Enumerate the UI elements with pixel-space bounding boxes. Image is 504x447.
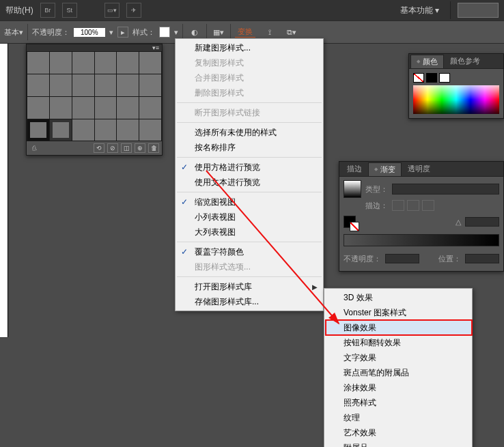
- new-style-icon[interactable]: ⊕: [135, 143, 145, 153]
- color-spectrum[interactable]: [413, 85, 499, 114]
- opacity-dropdown[interactable]: ▾: [109, 28, 113, 37]
- globe-icon[interactable]: ◐: [187, 25, 202, 40]
- style-thumbnail[interactable]: [139, 119, 161, 141]
- tab-stroke[interactable]: 描边: [341, 162, 368, 176]
- fill-black-swatch[interactable]: [426, 73, 437, 83]
- stroke-align-1[interactable]: [392, 200, 404, 211]
- gradient-preview-swatch[interactable]: [344, 180, 361, 198]
- trash-icon[interactable]: 🗑: [148, 143, 159, 153]
- stroke-align-2[interactable]: [407, 200, 419, 211]
- transform-button[interactable]: 变换: [235, 27, 255, 38]
- style-thumbnail[interactable]: [50, 97, 72, 119]
- menu-item-label: 小列表视图: [195, 212, 236, 223]
- canvas[interactable]: [0, 44, 8, 337]
- mode-label: 基本: [4, 28, 19, 36]
- submenu-item[interactable]: 涂抹效果: [324, 380, 472, 395]
- style-thumbnail[interactable]: [117, 52, 139, 74]
- style-thumbnail[interactable]: [50, 74, 72, 96]
- style-thumbnail[interactable]: [139, 74, 161, 96]
- style-thumbnail[interactable]: [27, 52, 49, 74]
- style-thumbnail[interactable]: [117, 97, 139, 119]
- gradient-panel: 描边 渐变 透明度 类型： 描边： △ 不透明度：: [339, 161, 504, 272]
- menu-divider: [177, 157, 322, 158]
- gpu-button[interactable]: ✈: [126, 3, 141, 18]
- fill-none-swatch[interactable]: [413, 73, 424, 83]
- style-thumbnail[interactable]: [72, 74, 94, 96]
- menu-item[interactable]: 大列表视图: [176, 225, 323, 240]
- tab-gradient[interactable]: 渐变: [368, 162, 402, 176]
- toggle-icon[interactable]: ◫: [121, 143, 132, 153]
- style-thumbnail[interactable]: [50, 52, 72, 74]
- style-thumbnail[interactable]: [72, 119, 94, 141]
- menu-item[interactable]: 选择所有未使用的样式: [176, 125, 323, 140]
- fill-white-swatch[interactable]: [439, 73, 450, 83]
- submenu-item[interactable]: 斑点画笔的附属品: [324, 365, 472, 380]
- style-thumbnail[interactable]: [72, 97, 94, 119]
- grid-icon[interactable]: ▦▾: [211, 25, 226, 40]
- tab-color[interactable]: 颜色: [410, 55, 444, 68]
- break-link-icon[interactable]: ⟲: [94, 143, 104, 153]
- menu-item[interactable]: ✓缩览图视图: [176, 194, 323, 210]
- gradient-ramp[interactable]: [344, 234, 499, 246]
- style-thumbnail[interactable]: [95, 97, 117, 119]
- stroke-align-3[interactable]: [422, 200, 434, 211]
- style-dropdown[interactable]: ▾: [174, 28, 178, 37]
- opacity-stepper[interactable]: ▸: [117, 27, 128, 38]
- fill-stroke-proxy[interactable]: [344, 216, 356, 228]
- stop-opacity-field[interactable]: [385, 254, 419, 263]
- stop-position-field[interactable]: [465, 254, 499, 263]
- style-thumbnail[interactable]: [27, 74, 49, 96]
- bridge-button[interactable]: Br: [40, 3, 55, 18]
- style-swatch[interactable]: [159, 27, 170, 38]
- angle-field[interactable]: [465, 217, 499, 227]
- help-menu[interactable]: 帮助(H): [5, 5, 33, 16]
- stock-button[interactable]: St: [62, 3, 77, 18]
- submenu-item[interactable]: 艺术效果: [324, 425, 472, 440]
- align-icon-2[interactable]: ⧉▾: [284, 25, 299, 40]
- style-thumbnail[interactable]: [95, 119, 117, 141]
- menu-item-label: 使用文本进行预览: [195, 177, 260, 188]
- submenu-item[interactable]: 文字效果: [324, 350, 472, 365]
- arrange-button[interactable]: ▭▾: [104, 3, 120, 18]
- menu-item-label: 大列表视图: [195, 227, 236, 238]
- menu-item[interactable]: 按名称排序: [176, 140, 323, 155]
- style-thumbnail[interactable]: [27, 119, 49, 141]
- tab-transparency[interactable]: 透明度: [402, 162, 436, 176]
- submenu-item[interactable]: 图像效果: [324, 320, 472, 335]
- menu-item[interactable]: 使用文本进行预览: [176, 175, 323, 190]
- style-thumbnail[interactable]: [139, 97, 161, 119]
- menu-item[interactable]: 打开图形样式库▶: [176, 279, 323, 294]
- menu-item[interactable]: 存储图形样式库...: [176, 294, 323, 309]
- submenu-item[interactable]: 照亮样式: [324, 395, 472, 410]
- submenu-item-label: 艺术效果: [344, 427, 376, 439]
- gradient-type-field[interactable]: [392, 184, 499, 194]
- menu-item-label: 合并图形样式: [195, 72, 244, 84]
- no-style-icon[interactable]: ⊘: [107, 143, 118, 153]
- menu-item[interactable]: ✓覆盖字符颜色: [176, 244, 323, 259]
- workspace-switcher[interactable]: 基本功能 ▾: [396, 5, 443, 16]
- opacity-value[interactable]: 100%: [74, 28, 105, 37]
- style-thumbnail[interactable]: [117, 119, 139, 141]
- align-icon-1[interactable]: ⟟: [262, 25, 277, 40]
- panel-left-label: ⎙.: [29, 145, 38, 152]
- style-thumbnail[interactable]: [72, 52, 94, 74]
- submenu-item[interactable]: 3D 效果: [324, 290, 472, 305]
- style-thumbnail[interactable]: [95, 52, 117, 74]
- menu-item: 图形样式选项...: [176, 259, 323, 274]
- menu-item-label: 使用方格进行预览: [195, 162, 260, 173]
- tab-color-guide[interactable]: 颜色参考: [444, 55, 486, 68]
- submenu-item[interactable]: Vonster 图案样式: [324, 305, 472, 320]
- menu-item[interactable]: 新建图形样式...: [176, 40, 323, 55]
- style-thumbnail[interactable]: [27, 97, 49, 119]
- menu-item[interactable]: ✓使用方格进行预览: [176, 160, 323, 175]
- style-thumbnail[interactable]: [95, 74, 117, 96]
- search-input[interactable]: [458, 3, 499, 18]
- style-thumbnail[interactable]: [117, 74, 139, 96]
- submenu-item[interactable]: 纹理: [324, 410, 472, 425]
- panel-menu-icon[interactable]: ▾≡: [152, 44, 159, 51]
- submenu-item[interactable]: 附属品: [324, 440, 472, 447]
- style-thumbnail[interactable]: [139, 52, 161, 74]
- submenu-item[interactable]: 按钮和翻转效果: [324, 335, 472, 350]
- style-thumbnail[interactable]: [50, 119, 72, 141]
- menu-item[interactable]: 小列表视图: [176, 210, 323, 225]
